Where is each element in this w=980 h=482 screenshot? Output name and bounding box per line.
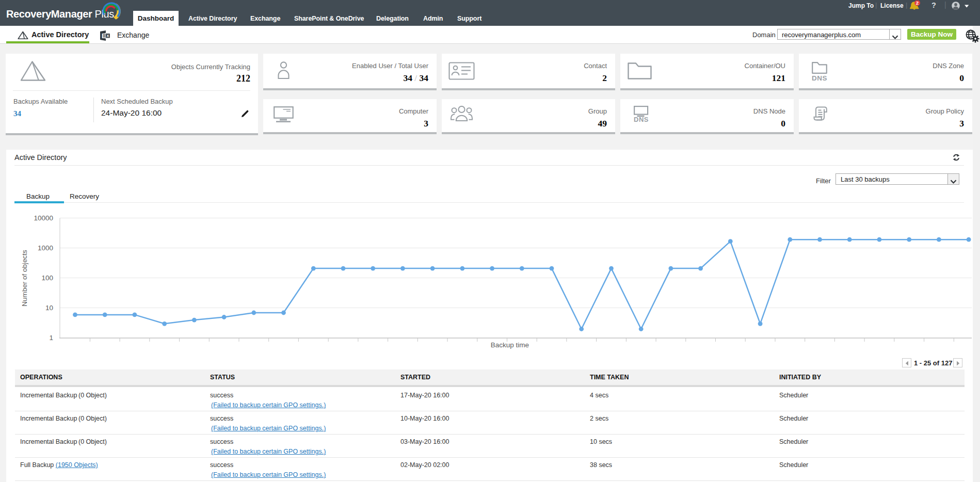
- svg-text:DNS: DNS: [634, 116, 649, 123]
- svg-text:X: X: [106, 34, 109, 38]
- svg-text:100: 100: [41, 274, 53, 282]
- svg-text:DNS: DNS: [812, 74, 827, 82]
- svg-text:Number of objects: Number of objects: [21, 250, 28, 307]
- svg-text:Backup time: Backup time: [491, 341, 529, 349]
- svg-text:2: 2: [916, 1, 919, 6]
- svg-text:10: 10: [45, 304, 53, 312]
- svg-text:10000: 10000: [34, 214, 53, 222]
- svg-text:1: 1: [49, 334, 53, 342]
- svg-text:1000: 1000: [38, 244, 53, 252]
